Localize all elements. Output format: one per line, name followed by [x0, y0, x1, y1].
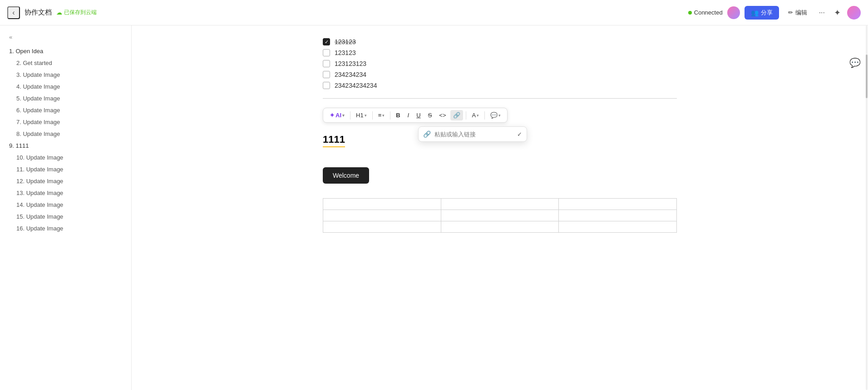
content-inner: ✓123123123123123123123234234234234234234… [305, 25, 695, 251]
table-cell[interactable] [559, 199, 677, 210]
checklist-label-4: 234234234234 [335, 82, 377, 89]
align-chevron-icon: ▾ [382, 113, 385, 118]
user-avatar-left [727, 6, 740, 19]
heading-section: 1111 🔗 ✓ [323, 126, 677, 151]
link-confirm-button[interactable]: ✓ [517, 131, 522, 138]
sidebar-item-6[interactable]: 6. Update Image [4, 105, 128, 116]
table-cell[interactable] [559, 221, 677, 233]
back-button[interactable]: ‹ [7, 6, 20, 19]
table-row [323, 210, 677, 221]
save-status: ☁ 已保存到云端 [56, 9, 97, 16]
topbar-left: ‹ 协作文档 ☁ 已保存到云端 [7, 6, 683, 19]
share-label: 分享 [761, 9, 773, 17]
table-cell[interactable] [323, 210, 441, 221]
user-avatar-right [847, 6, 861, 20]
checklist-label-1: 123123 [335, 49, 356, 56]
sidebar-item-8[interactable]: 8. Update Image [4, 128, 128, 140]
sidebar-item-7[interactable]: 7. Update Image [4, 116, 128, 128]
link-popup-icon: 🔗 [423, 130, 431, 138]
toolbar-sep-3 [390, 111, 390, 120]
toolbar-sep-4 [466, 111, 466, 120]
save-status-text: 已保存到云端 [64, 9, 97, 16]
topbar-right: Connected 👥 分享 ✏ 编辑 ··· ✦ [688, 6, 861, 20]
link-input[interactable] [434, 131, 513, 138]
more-button[interactable]: ··· [816, 7, 828, 19]
table-cell[interactable] [441, 199, 559, 210]
toolbar-bold-label: B [396, 112, 400, 119]
toolbar-code-button[interactable]: <> [436, 110, 449, 120]
sidebar-item-3[interactable]: 3. Update Image [4, 69, 128, 80]
table-cell[interactable] [323, 199, 441, 210]
share-icon: 👥 [751, 9, 759, 16]
table-cell[interactable] [441, 210, 559, 221]
share-button[interactable]: 👥 分享 [745, 6, 779, 20]
heading-chevron-icon: ▾ [365, 113, 367, 118]
toolbar-underline-button[interactable]: U [414, 110, 423, 120]
table-row [323, 199, 677, 210]
comment-button[interactable]: 💬 [849, 57, 861, 68]
sidebar-item-15[interactable]: 15. Update Image [4, 211, 128, 222]
checklist-item-2: 123123123 [323, 60, 677, 67]
connected-badge: Connected [688, 9, 723, 16]
toolbar-italic-label: I [408, 112, 409, 119]
empty-paragraph [323, 151, 677, 160]
sidebar-item-10[interactable]: 10. Update Image [4, 152, 128, 163]
toolbar-color-label: A [472, 112, 476, 119]
toolbar-heading-button[interactable]: H1 ▾ [353, 110, 370, 120]
toolbar-code-label: <> [439, 112, 446, 119]
doc-title: 协作文档 [25, 8, 52, 17]
checkbox-1[interactable] [323, 49, 330, 56]
checklist-item-4: 234234234234 [323, 82, 677, 89]
link-popup: 🔗 ✓ [418, 126, 527, 142]
checklist-label-0: 123123 [335, 38, 356, 45]
toolbar-ai-button[interactable]: ✦ AI ▾ [327, 110, 347, 120]
checklist-item-3: 234234234 [323, 71, 677, 78]
toolbar-link-button[interactable]: 🔗 [450, 110, 463, 120]
toolbar-sep-1 [350, 111, 350, 120]
checkbox-4[interactable] [323, 82, 330, 89]
ai-chevron-icon: ▾ [342, 113, 345, 118]
sidebar-item-12[interactable]: 12. Update Image [4, 175, 128, 187]
checkbox-0[interactable]: ✓ [323, 38, 330, 45]
cloud-icon: ☁ [56, 9, 62, 16]
sidebar-item-14[interactable]: 14. Update Image [4, 199, 128, 210]
content-area: 💬 ✓1231231231231231231232342342342342342… [132, 25, 868, 390]
checklist-label-3: 234234234 [335, 71, 366, 78]
ai-sparkle-icon: ✦ [330, 112, 335, 119]
toolbar-italic-button[interactable]: I [405, 110, 412, 120]
comment-chevron-icon: ▾ [498, 113, 501, 118]
toolbar-align-button[interactable]: ≡ ▾ [375, 110, 388, 120]
toolbar-comment-button[interactable]: 💬 ▾ [488, 110, 503, 120]
connected-label: Connected [694, 9, 723, 16]
sidebar-item-16[interactable]: 16. Update Image [4, 223, 128, 234]
outline-list: 1. Open Idea2. Get started3. Update Imag… [0, 45, 131, 234]
heading-1111[interactable]: 1111 [323, 134, 345, 147]
sidebar-item-1[interactable]: 1. Open Idea [4, 45, 128, 57]
settings-button[interactable]: ✦ [832, 6, 843, 20]
table-cell[interactable] [323, 221, 441, 233]
sidebar-item-9[interactable]: 9. 1111 [4, 140, 128, 151]
sidebar-item-11[interactable]: 11. Update Image [4, 164, 128, 175]
toolbar-strike-button[interactable]: S [425, 110, 435, 120]
checklist: ✓123123123123123123123234234234234234234… [323, 38, 677, 89]
toolbar-ai-label: AI [335, 112, 341, 119]
table-cell[interactable] [441, 221, 559, 233]
toolbar-color-button[interactable]: A ▾ [469, 110, 482, 120]
edit-icon: ✏ [788, 9, 793, 16]
comment-toolbar-icon: 💬 [490, 112, 498, 119]
edit-button[interactable]: ✏ 编辑 [784, 6, 812, 20]
checklist-label-2: 123123123 [335, 60, 366, 67]
editor-toolbar: ✦ AI ▾ H1 ▾ ≡ ▾ B I [323, 108, 508, 123]
connected-dot-icon [688, 11, 692, 15]
sidebar-collapse-button[interactable]: « [7, 33, 14, 41]
sidebar-item-5[interactable]: 5. Update Image [4, 93, 128, 104]
toolbar-strike-label: S [428, 112, 432, 119]
toolbar-bold-button[interactable]: B [393, 110, 403, 120]
checkbox-3[interactable] [323, 71, 330, 78]
welcome-button[interactable]: Welcome [323, 167, 369, 184]
sidebar-item-13[interactable]: 13. Update Image [4, 187, 128, 199]
table-cell[interactable] [559, 210, 677, 221]
checkbox-2[interactable] [323, 60, 330, 67]
sidebar-item-2[interactable]: 2. Get started [4, 57, 128, 69]
sidebar-item-4[interactable]: 4. Update Image [4, 81, 128, 92]
